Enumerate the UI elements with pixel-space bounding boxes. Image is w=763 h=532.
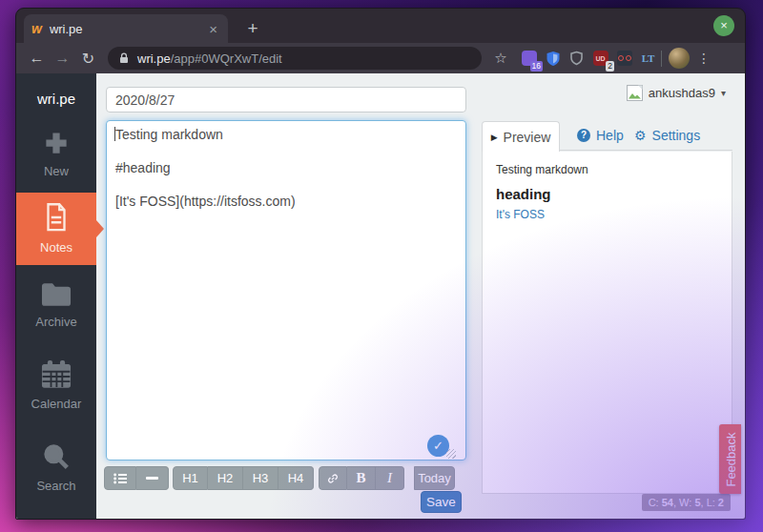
sidebar-item-archive[interactable]: Archive [16,273,96,339]
forward-button[interactable]: → [50,50,75,67]
bitwarden-shield-icon[interactable] [544,50,562,68]
link-icon [326,472,340,485]
browser-menu-icon[interactable]: ⋮ [697,51,711,66]
h3-button[interactable]: H3 [243,466,278,490]
sidebar-item-calendar[interactable]: Calendar [16,351,96,421]
markdown-preview-card: Testing markdown heading It's FOSS [482,152,732,494]
new-tab-button[interactable]: + [239,15,266,42]
play-icon: ▶ [491,133,498,142]
sidebar-item-new[interactable]: New [16,120,96,189]
ublock-icon[interactable]: UD 2 [591,50,609,68]
panel-tab-bar: ▶ Preview ? Help ⚙ Settings [482,121,732,151]
extension-tray: 16 UD 2 LT [520,50,657,68]
feedback-button[interactable]: Feedback [719,424,741,494]
tab-help[interactable]: ? Help [577,128,624,143]
app-logo: wri.pe [16,91,96,107]
bullet-list-icon [113,473,128,484]
sidebar-item-label: Calendar [31,397,82,411]
gear-icon: ⚙ [634,128,647,143]
feedback-label: Feedback [723,432,737,486]
sidebar-item-label: Search [36,479,75,493]
sync-check-badge: ✓ [427,435,449,457]
window-close-button[interactable]: × [713,15,734,36]
tab-label: Help [596,128,624,143]
help-icon: ? [577,129,590,142]
extension-badge: 16 [530,61,543,72]
minus-icon [146,477,158,480]
bullet-list-button[interactable] [104,466,136,490]
extension-badge: 2 [606,61,614,72]
heading-button-group: H1 H2 H3 H4 [173,466,314,490]
link-button[interactable] [319,466,347,490]
list-button-group [104,466,169,490]
lock-icon [118,52,130,65]
url-domain: wri.pe [137,51,171,66]
tab-preview[interactable]: ▶ Preview [482,121,560,152]
chevron-down-icon: ▾ [721,88,726,98]
user-menu[interactable]: ankushdas9 ▾ [627,85,726,101]
browser-toolbar: ← → ↻ wri.pe/app#0WQrXwT/edit ☆ 16 [16,43,745,73]
tab-title: wri.pe [50,22,204,36]
bookmark-star-icon[interactable]: ☆ [490,50,511,67]
username-label: ankushdas9 [649,86,715,100]
save-button[interactable]: Save [421,491,462,513]
preview-link[interactable]: It's FOSS [496,208,732,221]
preview-heading: heading [496,186,732,202]
browser-window: w wri.pe × + × ← → ↻ wri.pe/app#0WQrXwT/… [15,8,746,520]
browser-tabstrip: w wri.pe × + × [16,9,745,43]
profile-avatar[interactable] [669,48,690,69]
user-image-placeholder-icon [627,85,643,101]
today-button-group: Today [414,466,455,490]
preview-panel: ankushdas9 ▾ ▶ Preview ? Help ⚙ Settings [482,73,745,519]
search-icon [41,441,72,472]
note-icon [41,201,72,234]
page-content: wri.pe New Notes Archive [16,73,745,519]
note-title-input[interactable] [106,87,466,113]
ghostery-shield-icon[interactable] [567,50,586,68]
h1-button[interactable]: H1 [173,466,208,490]
desktop-wallpaper: w wri.pe × + × ← → ↻ wri.pe/app#0WQrXwT/… [0,0,763,532]
privacy-badger-icon[interactable] [615,50,633,68]
text-caret [114,127,115,141]
sidebar-item-label: New [44,164,69,178]
italic-button[interactable]: I [376,466,404,490]
h4-button[interactable]: H4 [278,466,314,490]
address-bar[interactable]: wri.pe/app#0WQrXwT/edit [108,47,482,70]
check-icon: ✓ [433,439,443,453]
horizontal-rule-button[interactable] [136,466,169,490]
bold-button[interactable]: B [347,466,376,490]
sidebar-item-label: Notes [40,240,72,255]
languagetool-icon[interactable]: LT [639,50,657,68]
url-path: /app#0WQrXwT/edit [171,51,282,66]
calendar-icon [40,359,72,390]
toolbar-separator [661,51,662,67]
tab-label: Preview [504,130,551,145]
note-body-textarea[interactable]: Testing markdown #heading [It's FOSS](ht… [106,120,466,460]
active-item-arrow [96,220,104,237]
app-sidebar: wri.pe New Notes Archive [16,73,96,519]
preview-paragraph: Testing markdown [496,163,732,176]
extension-purple-icon[interactable]: 16 [520,50,538,68]
sidebar-item-search[interactable]: Search [16,433,96,503]
cursor-status-readout: C: 54, W: 5, L: 2 [642,494,731,511]
wripe-favicon-icon: w [31,21,41,36]
sidebar-item-label: Archive [35,315,76,329]
format-button-group: B I [319,466,404,490]
textarea-resize-handle[interactable] [446,449,456,459]
back-button[interactable]: ← [24,50,50,67]
tab-close-icon[interactable]: × [204,21,222,37]
today-button[interactable]: Today [414,466,455,490]
editor-area: Testing markdown #heading [It's FOSS](ht… [96,73,483,519]
h2-button[interactable]: H2 [208,466,243,490]
tab-settings[interactable]: ⚙ Settings [634,128,700,143]
url-text: wri.pe/app#0WQrXwT/edit [137,51,282,66]
sidebar-item-notes[interactable]: Notes [16,193,96,265]
browser-tab[interactable]: w wri.pe × [24,14,228,43]
folder-icon [40,281,72,308]
reload-button[interactable]: ↻ [75,50,101,68]
tab-label: Settings [652,128,701,143]
plus-icon [42,129,71,157]
